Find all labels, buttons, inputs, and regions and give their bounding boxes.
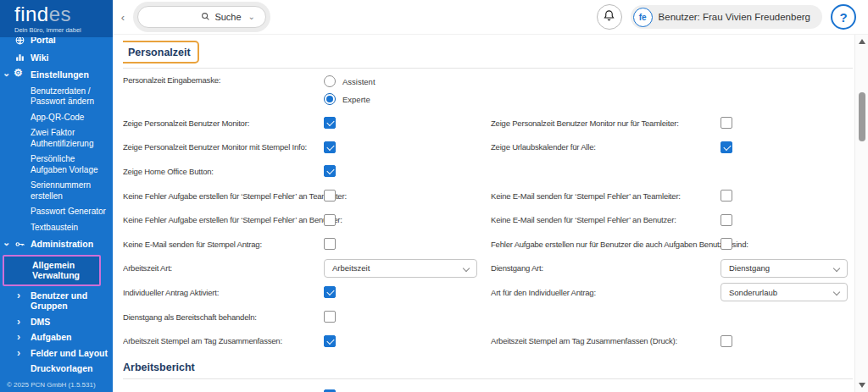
app-logo[interactable]: findes Dein Büro, immer dabei: [0, 0, 113, 37]
settings-row: Zeige Personalzeit Benutzer Monitor mit …: [123, 135, 853, 160]
topbar-right: fe Benutzer: Frau Vivien Freudenberg ?: [597, 4, 856, 30]
chevron-right-icon: ›: [17, 332, 20, 343]
checkbox[interactable]: [324, 335, 336, 347]
chevron-down-icon: ⌄: [248, 13, 255, 21]
search-icon: [201, 9, 210, 25]
logo-tagline: Dein Büro, immer dabei: [14, 26, 113, 34]
settings-row: Keine E-Mail senden für Stempel Antrag: …: [123, 232, 853, 257]
question-mark-icon: ?: [839, 10, 847, 25]
settings-row: Zeige Home Office Button:: [123, 159, 853, 184]
settings-row: Arbeitszeit Stempel am Tag Zusammenfasse…: [123, 329, 853, 353]
checkbox[interactable]: [324, 238, 336, 250]
sidebar-item-passwort-generator[interactable]: Passwort Generator: [0, 204, 113, 220]
logo-text: findes: [14, 3, 113, 25]
checkbox[interactable]: [324, 311, 336, 323]
key-icon: [14, 238, 25, 250]
sidebar-item-benutzer-und-gruppen[interactable]: › Benutzer und Gruppen: [0, 288, 113, 314]
setting-label: Keine E-Mail senden für ‘Stempel Fehler’…: [491, 191, 721, 201]
setting-label: Zeige Personalzeit Benutzer Monitor nur …: [491, 119, 721, 128]
radio-option-assistent[interactable]: Assistent: [324, 75, 376, 87]
checkbox[interactable]: [324, 141, 336, 153]
setting-label: Dienstgang als Bereitschaft behandeln:: [123, 312, 324, 322]
section-header-personalzeit: Personalzeit: [123, 40, 853, 69]
topbar: ‹ Suche ⌄ fe Benutzer: Frau Vivien Freud…: [113, 0, 868, 34]
checkbox[interactable]: [721, 190, 732, 202]
sidebar-item-aufgaben[interactable]: › Aufgaben: [0, 329, 113, 345]
app-window: findes Dein Büro, immer dabei Portal Wik…: [0, 0, 868, 392]
radio-button[interactable]: [324, 93, 336, 105]
checkbox[interactable]: [721, 141, 732, 153]
sidebar-item-dms[interactable]: › DMS: [0, 314, 113, 330]
checkbox[interactable]: [721, 238, 732, 250]
settings-row: Dienstgang als Bereitschaft behandeln:: [123, 305, 853, 329]
sidebar-item-wiki[interactable]: Wiki: [0, 49, 113, 67]
settings-row: Arbeitszeit Art: Arbeitszeit Dienstgang …: [123, 257, 853, 281]
sidebar-item-administration[interactable]: ⌄ Administration: [0, 235, 113, 253]
checkbox[interactable]: [721, 214, 732, 226]
checkbox[interactable]: [324, 286, 336, 298]
sidebar-item-seriennummern[interactable]: Seriennummern erstellen: [0, 178, 113, 204]
gear-icon: ⚙: [14, 68, 23, 79]
settings-row: Personalzeit Eingabemaske: Assistent Exp…: [123, 73, 853, 111]
user-menu[interactable]: fe Benutzer: Frau Vivien Freudenberg: [631, 5, 822, 29]
vertical-scrollbar[interactable]: [854, 35, 868, 392]
scroll-down-arrow-icon[interactable]: [859, 383, 865, 388]
sidebar-item-portal[interactable]: Portal: [0, 37, 113, 49]
radio-button[interactable]: [324, 75, 336, 87]
sidebar-item-felder-und-layout[interactable]: › Felder und Layout: [0, 345, 113, 362]
setting-label: Arbeitszeit Art:: [123, 263, 324, 273]
setting-label: Personalzeit Eingabemaske:: [123, 75, 324, 85]
scrollbar-thumb[interactable]: [859, 92, 865, 141]
main-area: ‹ Suche ⌄ fe Benutzer: Frau Vivien Freud…: [113, 0, 868, 392]
setting-label: Art für den Individueller Antrag:: [491, 288, 721, 297]
notifications-button[interactable]: [597, 4, 622, 30]
sidebar-item-persoenliche-aufgaben[interactable]: Persönliche Aufgaben Vorlage: [0, 152, 113, 178]
setting-label: Arbeitszeit Stempel am Tag Zusammenfasse…: [123, 336, 324, 345]
sidebar-item-app-qr-code[interactable]: App-QR-Code: [0, 110, 113, 126]
bar-chart-icon: [14, 52, 25, 63]
chevron-right-icon: ›: [17, 348, 20, 359]
section-title: Personalzeit: [128, 47, 191, 58]
individueller-antrag-art-select[interactable]: Sonderurlaub: [721, 283, 848, 301]
section-header-arbeitsbericht: Arbeitsbericht: [123, 362, 853, 379]
checkbox[interactable]: [324, 165, 336, 177]
setting-label: Keine E-Mail senden für ‘Stempel Fehler’…: [491, 215, 721, 224]
globe-icon: [14, 37, 25, 46]
checkbox[interactable]: [721, 117, 732, 129]
bell-icon: [603, 9, 615, 25]
checkbox[interactable]: [721, 335, 732, 347]
sidebar-item-zwei-faktor[interactable]: Zwei Faktor Authentifizierung: [0, 125, 113, 152]
section-title: Arbeitsbericht: [123, 362, 195, 373]
sidebar-item-druckvorlagen[interactable]: Druckvorlagen Verwaltung: [0, 361, 113, 375]
setting-label: Keine Fehler Aufgabe erstellen für ‘Stem…: [123, 191, 324, 201]
help-button[interactable]: ?: [831, 4, 856, 30]
sidebar: findes Dein Büro, immer dabei Portal Wik…: [0, 0, 113, 392]
checkbox[interactable]: [324, 214, 336, 226]
sidebar-collapse-button[interactable]: ‹: [116, 8, 130, 25]
search-label: Suche: [214, 12, 241, 22]
sidebar-item-allgemein-verwaltung[interactable]: Allgemein Verwaltung: [3, 255, 101, 286]
checkbox[interactable]: [324, 190, 336, 202]
scroll-up-arrow-icon[interactable]: [859, 39, 865, 44]
radio-option-experte[interactable]: Experte: [324, 93, 370, 105]
annotation-highlight-box: Personalzeit: [123, 41, 199, 63]
checkbox[interactable]: [324, 117, 336, 129]
copyright-version: © 2025 PCN GmbH (1.5.531): [7, 381, 96, 389]
chevron-right-icon: ›: [17, 290, 20, 301]
chevron-right-icon: ›: [17, 317, 20, 328]
setting-label: Fehler Aufgabe erstellen nur für Benutze…: [491, 240, 721, 249]
search-input[interactable]: Suche ⌄: [137, 6, 266, 28]
dienstgang-art-select[interactable]: Dienstgang: [721, 259, 848, 278]
sidebar-item-benutzerdaten[interactable]: Benutzerdaten / Passwort ändern: [0, 84, 113, 110]
settings-row: Zeige Personalzeit Benutzer Monitor: Zei…: [123, 111, 853, 135]
settings-page: Personalzeit Personalzeit Eingabemaske: …: [113, 34, 868, 392]
setting-label: Arbeitszeit Stempel am Tag Zusammenfasse…: [491, 336, 721, 345]
settings-panel: Personalzeit Personalzeit Eingabemaske: …: [123, 40, 853, 392]
sidebar-item-textbaustein[interactable]: Textbaustein: [0, 220, 113, 236]
sidebar-item-einstellungen[interactable]: ⌄ ⚙ Einstellungen: [0, 66, 113, 84]
setting-label: Zeige Personalzeit Benutzer Monitor mit …: [123, 142, 324, 152]
eingabemaske-radio-group: Assistent Experte: [324, 75, 491, 105]
settings-row: Individueller Antrag Aktiviert: Art für …: [123, 280, 853, 305]
arbeitszeit-art-select[interactable]: Arbeitszeit: [324, 259, 477, 278]
chevron-down-icon: ⌄: [3, 68, 10, 79]
